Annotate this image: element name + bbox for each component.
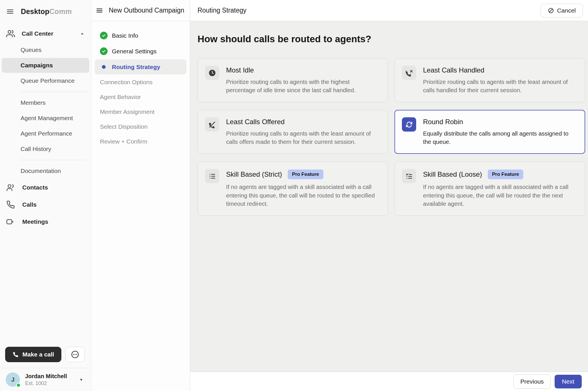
- sidebar-bottom: Make a call J Jordan Mitchell Ext. 1002: [0, 347, 91, 391]
- option-round-robin[interactable]: Round Robin Equally distribute the calls…: [394, 110, 585, 154]
- pro-feature-badge: Pro Feature: [488, 170, 523, 179]
- option-most-idle[interactable]: Most Idle Prioritize routing calls to ag…: [198, 58, 388, 102]
- check-circle-icon: [100, 47, 108, 55]
- step-review-confirm[interactable]: Review + Confirm: [95, 134, 186, 149]
- step-label: Connection Options: [100, 79, 152, 86]
- avatar-initial: J: [11, 376, 15, 383]
- make-a-call-button[interactable]: Make a call: [5, 347, 61, 362]
- previous-button[interactable]: Previous: [514, 374, 551, 389]
- sidebar-item-call-history[interactable]: Call History: [2, 142, 89, 156]
- cancel-label: Cancel: [557, 7, 576, 14]
- step-routing-strategy[interactable]: Routing Strategy: [95, 59, 186, 74]
- expand-right-icon[interactable]: [79, 377, 84, 382]
- option-title: Round Robin: [423, 118, 463, 126]
- user-extension: Ext. 1002: [25, 380, 67, 386]
- option-description: Prioritize routing calls to agents with …: [423, 78, 576, 94]
- cancel-slash-icon: [548, 7, 554, 14]
- user-profile-row[interactable]: J Jordan Mitchell Ext. 1002: [0, 368, 91, 391]
- step-connection-options[interactable]: Connection Options: [95, 75, 186, 89]
- phone-x-icon: [402, 66, 416, 80]
- wizard-footer: Previous Next: [190, 372, 588, 391]
- option-skill-based-strict[interactable]: Skill Based (Strict) Pro Feature If no a…: [198, 162, 388, 215]
- collapse-caret-icon[interactable]: [80, 31, 85, 36]
- phone-icon: [6, 200, 15, 209]
- check-circle-icon: [100, 32, 108, 39]
- step-label: Select Disposition: [100, 123, 148, 130]
- next-button[interactable]: Next: [555, 375, 582, 388]
- sidebar-nav: Call Center Queues Campaigns Queue Perfo…: [0, 21, 91, 347]
- step-general-settings[interactable]: General Settings: [95, 44, 186, 59]
- sidebar-item-queue-performance[interactable]: Queue Performance: [2, 73, 89, 88]
- users-icon: [6, 29, 15, 38]
- phone-slash-icon: [205, 117, 219, 132]
- option-skill-based-loose[interactable]: Skill Based (Loose) Pro Feature If no ag…: [394, 162, 585, 215]
- option-least-calls-offered[interactable]: Least Calls Offered Prioritize routing c…: [198, 110, 388, 154]
- campaign-wizard-panel: New Outbound Campaign Basic Info General…: [91, 0, 190, 391]
- pro-feature-badge: Pro Feature: [288, 170, 323, 179]
- hamburger-menu-icon[interactable]: [6, 8, 14, 15]
- sidebar-item-queues[interactable]: Queues: [2, 43, 89, 57]
- wizard-title: New Outbound Campaign: [109, 7, 184, 14]
- sidebar-divider: [21, 92, 88, 92]
- step-member-assignment[interactable]: Member Assignment: [95, 105, 186, 119]
- video-camera-icon: [6, 217, 15, 226]
- routing-strategy-content: How should calls be routed to agents? Mo…: [190, 21, 588, 372]
- wizard-steps: Basic Info General Settings Routing Stra…: [91, 21, 190, 156]
- sidebar-item-members[interactable]: Members: [2, 95, 89, 110]
- step-basic-info[interactable]: Basic Info: [95, 28, 186, 43]
- app-logo: DesktopComm: [21, 7, 72, 16]
- logo-text-primary: Desktop: [21, 7, 49, 15]
- app-sidebar: DesktopComm Call Center Queues Campaigns…: [0, 0, 91, 391]
- wizard-header: New Outbound Campaign: [91, 0, 190, 21]
- main-panel: Routing Strategy Cancel How should calls…: [190, 0, 588, 391]
- sidebar-item-campaigns[interactable]: Campaigns: [2, 58, 89, 73]
- sidebar-item-calls[interactable]: Calls: [0, 196, 91, 213]
- option-title: Skill Based (Strict): [226, 170, 282, 178]
- phone-icon: [13, 352, 19, 358]
- option-description: Equally distribute the calls among all a…: [423, 129, 576, 146]
- contacts-icon: [6, 183, 15, 192]
- step-agent-behavior[interactable]: Agent Behavior: [95, 90, 186, 104]
- question-heading: How should calls be routed to agents?: [198, 34, 585, 45]
- option-title: Least Calls Offered: [226, 118, 285, 126]
- sidebar-item-documentation[interactable]: Documentation: [2, 164, 89, 178]
- option-description: Prioritize routing calls to agents with …: [226, 129, 379, 146]
- sidebar-item-agent-performance[interactable]: Agent Performance: [2, 126, 89, 141]
- option-description: If no agents are tagged with a skill ass…: [226, 183, 379, 207]
- sidebar-divider: [21, 160, 88, 160]
- sidebar-item-agent-management[interactable]: Agent Management: [2, 111, 89, 126]
- cycle-arrows-icon: [402, 117, 416, 132]
- logo-text-secondary: Comm: [49, 7, 72, 15]
- cancel-button[interactable]: Cancel: [541, 4, 583, 17]
- checklist-icon: [402, 169, 416, 183]
- user-name: Jordan Mitchell: [25, 373, 67, 380]
- sidebar-item-label: Contacts: [22, 184, 48, 191]
- main-header: Routing Strategy Cancel: [190, 0, 588, 21]
- active-dot-icon: [100, 63, 108, 71]
- step-label: Basic Info: [112, 32, 138, 39]
- step-label: Review + Confirm: [100, 138, 147, 145]
- menu-icon[interactable]: [96, 7, 103, 14]
- option-description: Prioritize routing calls to agents with …: [226, 78, 379, 94]
- sidebar-header: DesktopComm: [0, 0, 91, 21]
- sidebar-section-call-center[interactable]: Call Center: [0, 25, 91, 42]
- sidebar-item-meetings[interactable]: Meetings: [0, 213, 91, 230]
- option-title: Least Calls Handled: [423, 66, 484, 74]
- list-icon: [205, 169, 219, 183]
- more-options-button[interactable]: [65, 347, 85, 362]
- step-label: General Settings: [112, 48, 156, 55]
- step-label: Agent Behavior: [100, 94, 141, 100]
- option-title: Skill Based (Loose): [423, 170, 482, 178]
- option-title: Most Idle: [226, 66, 254, 74]
- section-label: Call Center: [22, 30, 53, 37]
- status-indicator: [16, 383, 21, 388]
- step-label: Member Assignment: [100, 108, 154, 115]
- option-least-calls-handled[interactable]: Least Calls Handled Prioritize routing c…: [394, 58, 585, 102]
- make-a-call-label: Make a call: [23, 351, 54, 358]
- step-select-disposition[interactable]: Select Disposition: [95, 120, 186, 134]
- sidebar-item-contacts[interactable]: Contacts: [0, 179, 91, 196]
- clock-icon: [205, 66, 219, 80]
- routing-options-grid: Most Idle Prioritize routing calls to ag…: [198, 58, 585, 216]
- circled-ellipsis-icon: [71, 350, 79, 359]
- option-description: If no agents are tagged with a skill ass…: [423, 183, 576, 207]
